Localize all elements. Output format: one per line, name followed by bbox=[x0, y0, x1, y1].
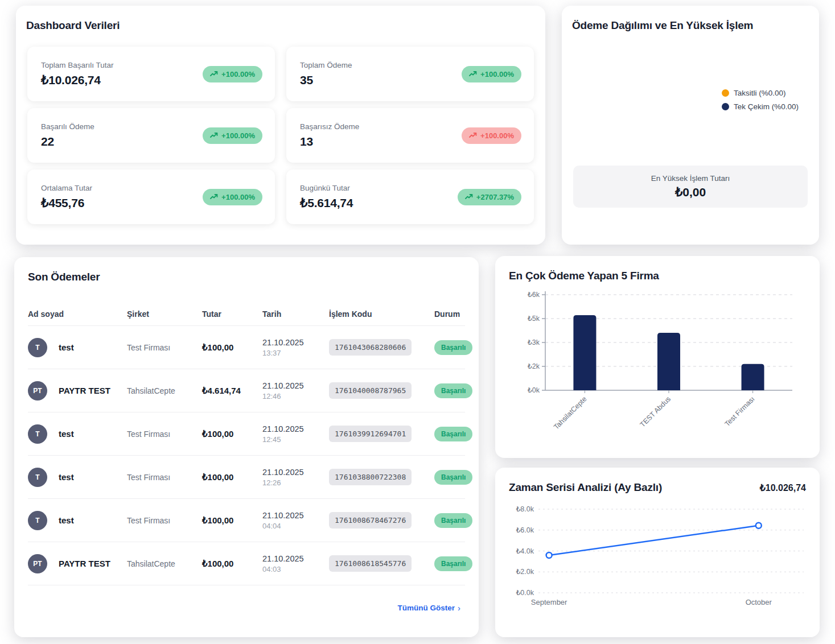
date-value: 21.10.2025 bbox=[262, 338, 329, 347]
show-all-link[interactable]: Tümünü Göster › bbox=[398, 603, 461, 613]
stat-card: Ortalama Tutar ₺455,76 +100.00% bbox=[27, 170, 275, 224]
stat-card: Bugünkü Tutar ₺5.614,74 +2707.37% bbox=[286, 170, 534, 224]
transaction-code-chip[interactable]: 1761008678467276 bbox=[329, 512, 412, 529]
time-value: 04:03 bbox=[262, 565, 329, 573]
stat-value: 35 bbox=[300, 73, 352, 87]
cell-date: 21.10.2025 04:04 bbox=[262, 511, 329, 530]
legend-label: Taksitli (%0.00) bbox=[734, 89, 786, 97]
highest-transaction-label: En Yüksek İşlem Tutarı bbox=[651, 174, 730, 183]
cell-date: 21.10.2025 12:26 bbox=[262, 468, 329, 487]
svg-text:₺2k: ₺2k bbox=[528, 362, 540, 370]
date-value: 21.10.2025 bbox=[262, 424, 329, 434]
col-header-company: Şirket bbox=[127, 309, 202, 319]
stat-card-info: Ortalama Tutar ₺455,76 bbox=[41, 184, 92, 210]
trend-badge: +100.00% bbox=[203, 127, 262, 144]
bar-chart[interactable]: ₺0k₺2k₺3k₺5k₺6kTahsilatCepteTEST AbdusTe… bbox=[509, 287, 806, 439]
cell-date: 21.10.2025 12:45 bbox=[262, 424, 329, 444]
transaction-code-chip[interactable]: 1761008618545776 bbox=[329, 555, 412, 572]
time-value: 12:45 bbox=[262, 435, 329, 444]
payments-table-footer: Tümünü Göster › bbox=[28, 585, 465, 630]
cell-amount: ₺100,00 bbox=[202, 429, 262, 439]
line-chart-header: Zaman Serisi Analizi (Ay Bazlı) ₺10.026,… bbox=[509, 481, 806, 494]
payer-name: test bbox=[59, 472, 74, 482]
cell-amount: ₺100,00 bbox=[202, 559, 262, 569]
payments-title: Son Ödemeler bbox=[28, 271, 465, 283]
col-header-status: Durum bbox=[434, 309, 465, 319]
trending-up-icon bbox=[469, 71, 477, 77]
time-value: 12:46 bbox=[262, 392, 329, 401]
cell-company: Test Firması bbox=[127, 430, 202, 439]
svg-text:TEST Abdus: TEST Abdus bbox=[639, 395, 672, 428]
line-chart-total: ₺10.026,74 bbox=[760, 482, 806, 493]
time-value: 04:04 bbox=[262, 522, 329, 530]
legend-item[interactable]: Taksitli (%0.00) bbox=[722, 89, 799, 97]
cell-name: T test bbox=[28, 468, 127, 487]
trend-badge: +100.00% bbox=[462, 127, 521, 144]
line-chart[interactable]: ₺0.0k₺2.0k₺4.0k₺6.0k₺8.0kSeptemberOctobe… bbox=[509, 498, 806, 616]
svg-text:October: October bbox=[746, 598, 772, 606]
status-badge: Başarılı bbox=[434, 556, 472, 571]
stat-label: Toplam Başarılı Tutar bbox=[41, 61, 114, 69]
transaction-code-chip[interactable]: 1761043068280606 bbox=[329, 339, 412, 356]
date-value: 21.10.2025 bbox=[262, 554, 329, 563]
avatar: PT bbox=[28, 554, 47, 573]
transaction-code-chip[interactable]: 1761040008787965 bbox=[329, 382, 412, 399]
cell-status: Başarılı bbox=[434, 513, 472, 528]
stat-card: Toplam Ödeme 35 +100.00% bbox=[286, 47, 534, 101]
table-row: PT PAYTR TEST TahsilatCepte ₺100,00 21.1… bbox=[28, 542, 465, 585]
avatar: T bbox=[28, 338, 47, 357]
cell-amount: ₺100,00 bbox=[202, 515, 262, 526]
payer-name: PAYTR TEST bbox=[59, 559, 110, 568]
trending-up-icon bbox=[210, 194, 218, 200]
stat-card: Başarılı Ödeme 22 +100.00% bbox=[27, 108, 275, 163]
cell-code: 1761040008787965 bbox=[329, 382, 434, 399]
cell-name: T test bbox=[28, 424, 127, 444]
col-header-code: İşlem Kodu bbox=[329, 309, 434, 319]
date-value: 21.10.2025 bbox=[262, 381, 329, 390]
cell-company: Test Firması bbox=[127, 516, 202, 525]
trend-badge-text: +100.00% bbox=[480, 131, 514, 140]
time-value: 13:37 bbox=[262, 349, 329, 357]
status-badge: Başarılı bbox=[434, 427, 472, 441]
table-row: PT PAYTR TEST TahsilatCepte ₺4.614,74 21… bbox=[28, 369, 465, 412]
avatar: T bbox=[28, 424, 47, 444]
cell-status: Başarılı bbox=[434, 427, 472, 441]
cell-name: T test bbox=[28, 511, 127, 530]
stat-card: Başarısız Ödeme 13 +100.00% bbox=[286, 108, 534, 163]
cell-code: 1761008678467276 bbox=[329, 512, 434, 529]
cell-company: Test Firması bbox=[127, 473, 202, 482]
trending-up-icon bbox=[469, 133, 477, 138]
highest-transaction-value: ₺0,00 bbox=[675, 185, 706, 199]
stat-label: Toplam Ödeme bbox=[300, 61, 352, 69]
cell-amount: ₺100,00 bbox=[202, 342, 262, 353]
trend-badge-text: +100.00% bbox=[221, 131, 255, 140]
show-all-label: Tümünü Göster bbox=[398, 604, 455, 612]
svg-text:₺2.0k: ₺2.0k bbox=[516, 568, 534, 576]
stat-label: Başarılı Ödeme bbox=[41, 122, 94, 131]
svg-text:TahsilatCepte: TahsilatCepte bbox=[552, 395, 588, 431]
trend-badge-text: +100.00% bbox=[221, 193, 255, 201]
stat-value: ₺10.026,74 bbox=[41, 73, 114, 87]
svg-text:₺6k: ₺6k bbox=[528, 291, 540, 299]
cell-name: PT PAYTR TEST bbox=[28, 381, 127, 401]
transaction-code-chip[interactable]: 1761038800722308 bbox=[329, 469, 412, 485]
trend-badge: +100.00% bbox=[203, 66, 262, 82]
stat-value: 22 bbox=[41, 135, 94, 148]
time-series-panel: Zaman Serisi Analizi (Ay Bazlı) ₺10.026,… bbox=[495, 468, 820, 637]
trend-badge-text: +2707.37% bbox=[476, 193, 514, 201]
time-value: 12:26 bbox=[262, 478, 329, 487]
svg-text:₺3k: ₺3k bbox=[528, 338, 540, 346]
cell-name: PT PAYTR TEST bbox=[28, 554, 127, 573]
status-badge: Başarılı bbox=[434, 513, 472, 528]
highest-transaction-box: En Yüksek İşlem Tutarı ₺0,00 bbox=[573, 166, 808, 208]
transaction-code-chip[interactable]: 1761039912694701 bbox=[329, 426, 412, 442]
line-chart-title: Zaman Serisi Analizi (Ay Bazlı) bbox=[509, 481, 662, 494]
legend-item[interactable]: Tek Çekim (%0.00) bbox=[722, 102, 799, 111]
stat-value: 13 bbox=[300, 135, 359, 148]
legend-dot-icon bbox=[722, 89, 729, 97]
trend-badge-text: +100.00% bbox=[480, 70, 514, 79]
svg-text:₺8.0k: ₺8.0k bbox=[516, 505, 534, 513]
cell-company: TahsilatCepte bbox=[127, 559, 202, 568]
distribution-title: Ödeme Dağılımı ve En Yüksek İşlem bbox=[562, 6, 819, 32]
payments-table-header: Ad soyad Şirket Tutar Tarih İşlem Kodu D… bbox=[28, 303, 465, 325]
